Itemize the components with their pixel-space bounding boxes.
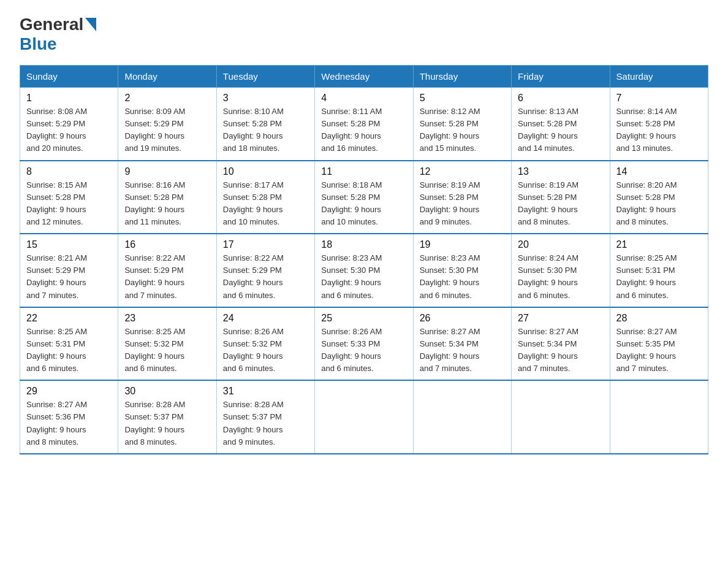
- logo-general-text: General: [20, 15, 83, 34]
- logo-blue-text: Blue: [20, 34, 57, 53]
- page-header: General Blue: [20, 15, 708, 54]
- day-info: Sunrise: 8:27 AM Sunset: 5:35 PM Dayligh…: [616, 326, 702, 375]
- day-number: 31: [223, 386, 308, 397]
- day-number: 25: [321, 313, 406, 324]
- day-info: Sunrise: 8:22 AM Sunset: 5:29 PM Dayligh…: [124, 252, 210, 302]
- day-info: Sunrise: 8:20 AM Sunset: 5:28 PM Dayligh…: [616, 179, 702, 229]
- header-sunday: Sunday: [20, 66, 118, 88]
- day-number: 18: [321, 239, 406, 250]
- day-cell: [413, 380, 511, 454]
- day-info: Sunrise: 8:28 AM Sunset: 5:37 PM Dayligh…: [223, 399, 308, 448]
- day-number: 19: [420, 239, 505, 250]
- day-cell: 25 Sunrise: 8:26 AM Sunset: 5:33 PM Dayl…: [315, 307, 413, 381]
- day-number: 17: [223, 239, 308, 250]
- day-number: 4: [321, 93, 406, 104]
- day-cell: 19 Sunrise: 8:23 AM Sunset: 5:30 PM Dayl…: [413, 234, 511, 307]
- day-info: Sunrise: 8:14 AM Sunset: 5:28 PM Dayligh…: [616, 105, 702, 155]
- day-cell: 14 Sunrise: 8:20 AM Sunset: 5:28 PM Dayl…: [610, 161, 708, 234]
- header-tuesday: Tuesday: [216, 66, 314, 88]
- day-info: Sunrise: 8:26 AM Sunset: 5:32 PM Dayligh…: [223, 326, 308, 375]
- day-info: Sunrise: 8:10 AM Sunset: 5:28 PM Dayligh…: [223, 105, 308, 155]
- day-cell: 30 Sunrise: 8:28 AM Sunset: 5:37 PM Dayl…: [118, 380, 216, 454]
- day-cell: 4 Sunrise: 8:11 AM Sunset: 5:28 PM Dayli…: [315, 88, 413, 161]
- day-info: Sunrise: 8:23 AM Sunset: 5:30 PM Dayligh…: [321, 252, 406, 302]
- day-info: Sunrise: 8:23 AM Sunset: 5:30 PM Dayligh…: [420, 252, 505, 302]
- day-info: Sunrise: 8:19 AM Sunset: 5:28 PM Dayligh…: [420, 179, 505, 229]
- day-info: Sunrise: 8:27 AM Sunset: 5:36 PM Dayligh…: [26, 399, 112, 448]
- day-info: Sunrise: 8:26 AM Sunset: 5:33 PM Dayligh…: [321, 326, 406, 375]
- day-number: 1: [26, 93, 112, 104]
- header-saturday: Saturday: [610, 66, 708, 88]
- day-cell: 3 Sunrise: 8:10 AM Sunset: 5:28 PM Dayli…: [216, 88, 314, 161]
- day-info: Sunrise: 8:13 AM Sunset: 5:28 PM Dayligh…: [518, 105, 603, 155]
- day-info: Sunrise: 8:08 AM Sunset: 5:29 PM Dayligh…: [26, 105, 112, 155]
- day-number: 26: [420, 313, 505, 324]
- day-number: 10: [223, 166, 308, 177]
- logo: General Blue: [20, 15, 96, 54]
- day-number: 2: [124, 93, 210, 104]
- day-info: Sunrise: 8:19 AM Sunset: 5:28 PM Dayligh…: [518, 179, 603, 229]
- day-cell: 26 Sunrise: 8:27 AM Sunset: 5:34 PM Dayl…: [413, 307, 511, 381]
- day-info: Sunrise: 8:18 AM Sunset: 5:28 PM Dayligh…: [321, 179, 406, 229]
- day-number: 9: [124, 166, 210, 177]
- day-number: 22: [26, 313, 112, 324]
- day-info: Sunrise: 8:11 AM Sunset: 5:28 PM Dayligh…: [321, 105, 406, 155]
- day-cell: 2 Sunrise: 8:09 AM Sunset: 5:29 PM Dayli…: [118, 88, 216, 161]
- day-cell: 6 Sunrise: 8:13 AM Sunset: 5:28 PM Dayli…: [512, 88, 610, 161]
- day-cell: 16 Sunrise: 8:22 AM Sunset: 5:29 PM Dayl…: [118, 234, 216, 307]
- header-thursday: Thursday: [413, 66, 511, 88]
- day-number: 13: [518, 166, 603, 177]
- day-cell: 22 Sunrise: 8:25 AM Sunset: 5:31 PM Dayl…: [20, 307, 118, 381]
- day-info: Sunrise: 8:25 AM Sunset: 5:31 PM Dayligh…: [616, 252, 702, 302]
- week-row-4: 22 Sunrise: 8:25 AM Sunset: 5:31 PM Dayl…: [20, 307, 708, 381]
- day-number: 29: [26, 386, 112, 397]
- day-number: 8: [26, 166, 112, 177]
- week-row-5: 29 Sunrise: 8:27 AM Sunset: 5:36 PM Dayl…: [20, 380, 708, 454]
- day-cell: 17 Sunrise: 8:22 AM Sunset: 5:29 PM Dayl…: [216, 234, 314, 307]
- header-monday: Monday: [118, 66, 216, 88]
- day-cell: 12 Sunrise: 8:19 AM Sunset: 5:28 PM Dayl…: [413, 161, 511, 234]
- day-info: Sunrise: 8:24 AM Sunset: 5:30 PM Dayligh…: [518, 252, 603, 302]
- logo-triangle-icon: [85, 18, 96, 31]
- day-info: Sunrise: 8:25 AM Sunset: 5:32 PM Dayligh…: [124, 326, 210, 375]
- day-cell: 1 Sunrise: 8:08 AM Sunset: 5:29 PM Dayli…: [20, 88, 118, 161]
- calendar-body: 1 Sunrise: 8:08 AM Sunset: 5:29 PM Dayli…: [20, 88, 708, 454]
- day-cell: 10 Sunrise: 8:17 AM Sunset: 5:28 PM Dayl…: [216, 161, 314, 234]
- calendar-header: SundayMondayTuesdayWednesdayThursdayFrid…: [20, 66, 708, 88]
- day-cell: 7 Sunrise: 8:14 AM Sunset: 5:28 PM Dayli…: [610, 88, 708, 161]
- calendar-table: SundayMondayTuesdayWednesdayThursdayFrid…: [20, 65, 708, 454]
- day-number: 3: [223, 93, 308, 104]
- day-cell: 31 Sunrise: 8:28 AM Sunset: 5:37 PM Dayl…: [216, 380, 314, 454]
- day-number: 16: [124, 239, 210, 250]
- day-cell: [315, 380, 413, 454]
- day-number: 6: [518, 93, 603, 104]
- week-row-1: 1 Sunrise: 8:08 AM Sunset: 5:29 PM Dayli…: [20, 88, 708, 161]
- day-cell: 28 Sunrise: 8:27 AM Sunset: 5:35 PM Dayl…: [610, 307, 708, 381]
- day-number: 12: [420, 166, 505, 177]
- day-number: 28: [616, 313, 702, 324]
- day-info: Sunrise: 8:09 AM Sunset: 5:29 PM Dayligh…: [124, 105, 210, 155]
- day-cell: [610, 380, 708, 454]
- day-cell: 20 Sunrise: 8:24 AM Sunset: 5:30 PM Dayl…: [512, 234, 610, 307]
- day-info: Sunrise: 8:27 AM Sunset: 5:34 PM Dayligh…: [420, 326, 505, 375]
- day-number: 7: [616, 93, 702, 104]
- day-number: 27: [518, 313, 603, 324]
- week-row-2: 8 Sunrise: 8:15 AM Sunset: 5:28 PM Dayli…: [20, 161, 708, 234]
- week-row-3: 15 Sunrise: 8:21 AM Sunset: 5:29 PM Dayl…: [20, 234, 708, 307]
- day-cell: 8 Sunrise: 8:15 AM Sunset: 5:28 PM Dayli…: [20, 161, 118, 234]
- day-cell: 11 Sunrise: 8:18 AM Sunset: 5:28 PM Dayl…: [315, 161, 413, 234]
- day-number: 23: [124, 313, 210, 324]
- day-info: Sunrise: 8:15 AM Sunset: 5:28 PM Dayligh…: [26, 179, 112, 229]
- day-info: Sunrise: 8:27 AM Sunset: 5:34 PM Dayligh…: [518, 326, 603, 375]
- day-cell: 18 Sunrise: 8:23 AM Sunset: 5:30 PM Dayl…: [315, 234, 413, 307]
- day-number: 14: [616, 166, 702, 177]
- header-wednesday: Wednesday: [315, 66, 413, 88]
- day-cell: 24 Sunrise: 8:26 AM Sunset: 5:32 PM Dayl…: [216, 307, 314, 381]
- day-info: Sunrise: 8:21 AM Sunset: 5:29 PM Dayligh…: [26, 252, 112, 302]
- day-info: Sunrise: 8:25 AM Sunset: 5:31 PM Dayligh…: [26, 326, 112, 375]
- day-info: Sunrise: 8:22 AM Sunset: 5:29 PM Dayligh…: [223, 252, 308, 302]
- day-number: 30: [124, 386, 210, 397]
- day-cell: 21 Sunrise: 8:25 AM Sunset: 5:31 PM Dayl…: [610, 234, 708, 307]
- day-cell: 23 Sunrise: 8:25 AM Sunset: 5:32 PM Dayl…: [118, 307, 216, 381]
- day-cell: 9 Sunrise: 8:16 AM Sunset: 5:28 PM Dayli…: [118, 161, 216, 234]
